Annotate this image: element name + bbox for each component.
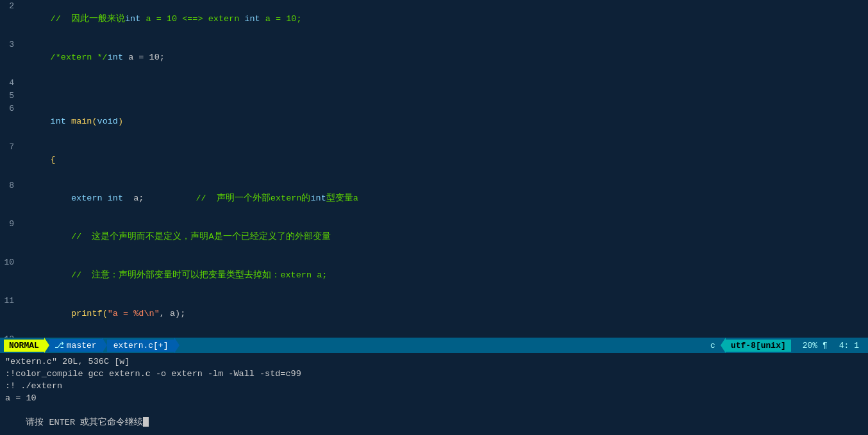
code-line-10: 10 // 注意：声明外部变量时可以把变量类型去掉如：extern a; <box>0 256 868 295</box>
code-line-8: 8 extern int a; // 声明一个外部extern的int型变量a <box>0 179 868 218</box>
encoding-arrow-right <box>791 338 796 353</box>
term-line-4: a = 10 <box>5 392 863 404</box>
code-line-5: 5 <box>0 90 868 103</box>
code-line-12: 12 <box>0 333 868 338</box>
encoding-arrow-left <box>721 338 726 353</box>
git-branch: ⎇ master <box>49 339 102 352</box>
code-line-11: 11 printf("a = %d\n", a); <box>0 295 868 333</box>
term-line-3: :! ./extern <box>5 380 863 392</box>
terminal-area: "extern.c" 20L, 536C [w] :!color_compile… <box>0 353 868 435</box>
statusbar: NORMAL ⎇ master extern.c[+] c utf-8[unix… <box>0 338 868 353</box>
cursor <box>143 417 149 427</box>
editor-area: 2 // 因此一般来说int a = 10 <==> extern int a … <box>0 0 868 338</box>
file-arrow <box>174 338 179 353</box>
encoding-label: utf-8[unix] <box>726 340 791 352</box>
status-right: c utf-8[unix] 20% ¶ 4: 1 <box>705 338 864 353</box>
code-line-7: 7 { <box>0 141 868 179</box>
term-line-5: 请按 ENTER 或其它命令继续 <box>5 404 863 435</box>
mode-arrow <box>44 338 49 353</box>
code-line-2: 2 // 因此一般来说int a = 10 <==> extern int a … <box>0 0 868 38</box>
code-line-6: 6 int main(void) <box>0 103 868 141</box>
git-icon: ⎇ <box>54 340 64 350</box>
code-line-3: 3 /*extern */int a = 10; <box>0 38 868 77</box>
code-line-4: 4 <box>0 77 868 90</box>
mode-indicator: NORMAL <box>4 340 44 352</box>
scroll-percent: 20% ¶ <box>796 340 834 352</box>
term-line-2: :!color_compile gcc extern.c -o extern -… <box>5 368 863 380</box>
term-line-1: "extern.c" 20L, 536C [w] <box>5 356 863 368</box>
branch-arrow <box>102 338 107 353</box>
branch-name: master <box>67 341 97 350</box>
cursor-position: 4: 1 <box>834 340 864 352</box>
filetype-label: c <box>705 340 721 352</box>
filename: extern.c[+] <box>107 340 175 352</box>
code-line-9: 9 // 这是个声明而不是定义，声明A是一个已经定义了的外部变量 <box>0 218 868 256</box>
